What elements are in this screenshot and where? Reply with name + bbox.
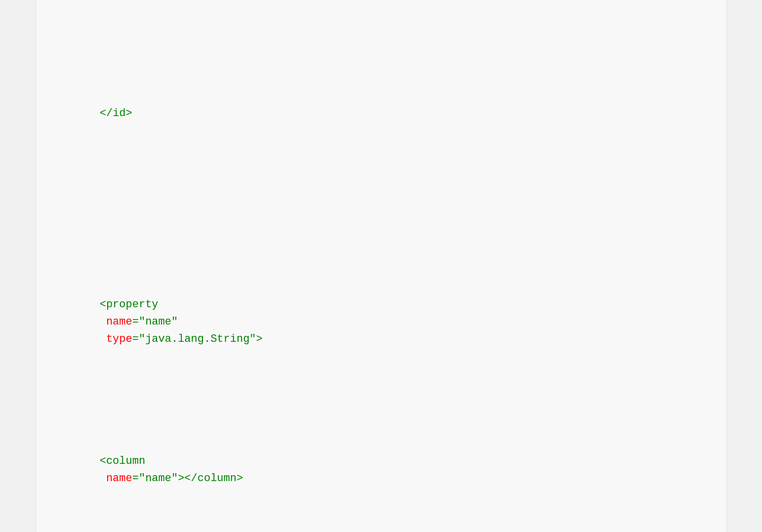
code-block: <!DOCTYPE hibernate-mapping PUBLIC "-//H… [61, 0, 702, 532]
property-name-attr-type: type [100, 333, 132, 345]
property-name-attr-name: name [100, 316, 132, 328]
property-name-tag: property [106, 298, 159, 311]
line-column-name: <column name="name"></column> [61, 417, 702, 504]
line-property-name-open: <property name="name" type="java.lang.St… [61, 261, 702, 366]
line-id-close: </id> [61, 70, 702, 139]
line-empty3 [61, 192, 702, 209]
column-name-attr: name [100, 472, 132, 485]
id-close-tag: id [113, 107, 125, 120]
column-name-tag: column [106, 455, 145, 467]
line-generator: <generator class="identity"></generator> [61, 0, 702, 18]
code-container: 稿昌 <!DOCTYPE hibernate-mapping PUBLIC "-… [36, 0, 727, 532]
